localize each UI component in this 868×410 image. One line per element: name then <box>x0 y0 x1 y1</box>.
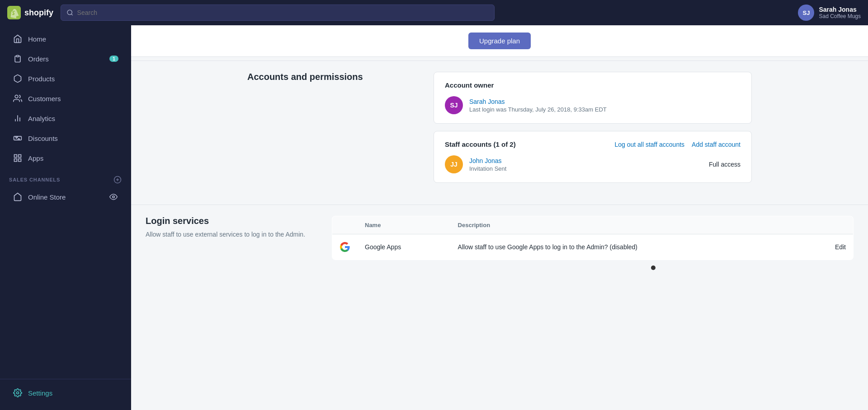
products-icon <box>13 74 23 84</box>
main-content: Upgrade plan Accounts and permissions Ac… <box>131 25 868 410</box>
account-owner-label: Account owner <box>445 81 741 89</box>
add-staff-account-button[interactable]: Add staff account <box>692 141 741 148</box>
sidebar-item-label: Apps <box>28 154 43 162</box>
login-services-table-col: Name Description <box>332 216 854 260</box>
home-icon <box>13 34 23 44</box>
settings-icon <box>13 388 23 398</box>
owner-details: Sarah Jonas Last login was Thursday, Jul… <box>469 98 607 113</box>
sidebar-item-apps[interactable]: Apps <box>4 149 127 168</box>
user-info: Sarah Jonas Sad Coffee Mugs <box>819 6 861 19</box>
login-services-description: Allow staff to use external services to … <box>146 230 317 239</box>
sidebar-item-label: Settings <box>28 389 52 397</box>
staff-card-header: Staff accounts (1 of 2) Log out all staf… <box>445 140 741 148</box>
col-name: Name <box>358 216 451 234</box>
discounts-icon <box>13 133 23 143</box>
staff-name-link[interactable]: John Jonas <box>469 157 506 164</box>
top-navigation: shopify SJ Sarah Jonas Sad Coffee Mugs <box>0 0 868 25</box>
table-header-row: Name Description <box>332 216 854 234</box>
orders-badge: 1 <box>109 56 118 62</box>
analytics-icon <box>13 113 23 123</box>
online-store-icon <box>13 192 23 202</box>
staff-card-actions: Log out all staff accounts Add staff acc… <box>614 141 741 148</box>
col-description: Description <box>451 216 807 234</box>
staff-access-level: Full access <box>709 161 741 168</box>
shopify-logo[interactable]: shopify <box>7 6 53 19</box>
logo-text: shopify <box>24 8 53 18</box>
edit-link[interactable]: Edit <box>807 234 854 260</box>
sidebar-item-online-store[interactable]: Online Store <box>4 187 127 206</box>
google-logo <box>340 242 350 252</box>
svg-rect-9 <box>14 155 17 158</box>
sidebar-item-label: Products <box>28 75 55 83</box>
owner-last-login: Last login was Thursday, July 26, 2018, … <box>469 106 607 113</box>
service-name-cell: Google Apps <box>358 234 451 260</box>
login-services-section: Login services Allow staff to use extern… <box>131 205 868 271</box>
col-logo <box>332 216 358 234</box>
svg-rect-12 <box>19 159 21 162</box>
svg-point-3 <box>15 95 18 98</box>
accounts-permissions-section: Accounts and permissions Account owner S… <box>233 61 766 201</box>
section-description-col: Accounts and permissions <box>247 72 419 190</box>
sidebar-item-products[interactable]: Products <box>4 69 127 88</box>
sidebar-item-label: Online Store <box>28 193 66 201</box>
staff-accounts-card: Staff accounts (1 of 2) Log out all staf… <box>434 131 752 183</box>
staff-row: JJ John Jonas Invitation Sent Full acces… <box>445 155 741 173</box>
user-name: Sarah Jonas <box>819 6 861 13</box>
search-icon <box>66 9 74 16</box>
sidebar-item-label: Home <box>28 35 46 43</box>
upgrade-plan-area: Upgrade plan <box>131 25 868 57</box>
eye-icon <box>108 192 118 202</box>
owner-name-link[interactable]: Sarah Jonas <box>469 98 607 105</box>
staff-avatar: JJ <box>445 155 463 173</box>
login-services-table: Name Description <box>332 216 854 260</box>
table-row: Google Apps Allow staff to use Google Ap… <box>332 234 854 260</box>
add-sales-channel-icon[interactable] <box>113 175 122 184</box>
owner-row: SJ Sarah Jonas Last login was Thursday, … <box>445 96 741 114</box>
service-description-cell: Allow staff to use Google Apps to log in… <box>451 234 807 260</box>
service-logo-cell <box>332 234 358 260</box>
sidebar-item-home[interactable]: Home <box>4 29 127 48</box>
apps-icon <box>13 153 23 163</box>
svg-point-16 <box>113 196 115 198</box>
sidebar-item-settings[interactable]: Settings <box>4 383 127 402</box>
sidebar-item-label: Discounts <box>28 135 58 142</box>
svg-rect-10 <box>19 155 21 158</box>
sidebar-item-label: Orders <box>28 55 49 63</box>
svg-rect-2 <box>17 56 19 57</box>
sidebar-item-label: Analytics <box>28 115 55 122</box>
sidebar: Home Orders 1 Products Customers Analy <box>0 25 131 410</box>
staff-details: John Jonas Invitation Sent <box>469 157 506 172</box>
sidebar-item-analytics[interactable]: Analytics <box>4 109 127 128</box>
customers-icon <box>13 93 23 103</box>
account-owner-card: Account owner SJ Sarah Jonas Last login … <box>434 72 752 124</box>
staff-accounts-title: Staff accounts (1 of 2) <box>445 140 516 148</box>
user-profile[interactable]: SJ Sarah Jonas Sad Coffee Mugs <box>798 5 861 21</box>
search-bar[interactable] <box>61 5 495 21</box>
upgrade-plan-button[interactable]: Upgrade plan <box>468 33 531 49</box>
col-action <box>807 216 854 234</box>
svg-point-17 <box>17 392 19 394</box>
svg-rect-11 <box>14 159 17 162</box>
svg-point-1 <box>67 10 72 14</box>
sidebar-item-discounts[interactable]: Discounts <box>4 129 127 148</box>
sidebar-item-label: Customers <box>28 95 61 102</box>
search-input[interactable] <box>77 9 489 16</box>
orders-icon <box>13 54 23 64</box>
log-out-all-button[interactable]: Log out all staff accounts <box>614 141 684 148</box>
accounts-section-title: Accounts and permissions <box>247 72 419 82</box>
sidebar-item-customers[interactable]: Customers <box>4 89 127 108</box>
sidebar-item-orders[interactable]: Orders 1 <box>4 49 127 68</box>
sales-channels-section: SALES CHANNELS <box>0 168 131 187</box>
login-services-title: Login services <box>146 216 317 226</box>
owner-avatar: SJ <box>445 96 463 114</box>
staff-invitation-status: Invitation Sent <box>469 165 506 172</box>
login-services-desc-col: Login services Allow staff to use extern… <box>146 216 317 260</box>
avatar: SJ <box>798 5 814 21</box>
accounts-cards-col: Account owner SJ Sarah Jonas Last login … <box>434 72 752 190</box>
user-store: Sad Coffee Mugs <box>819 13 861 19</box>
